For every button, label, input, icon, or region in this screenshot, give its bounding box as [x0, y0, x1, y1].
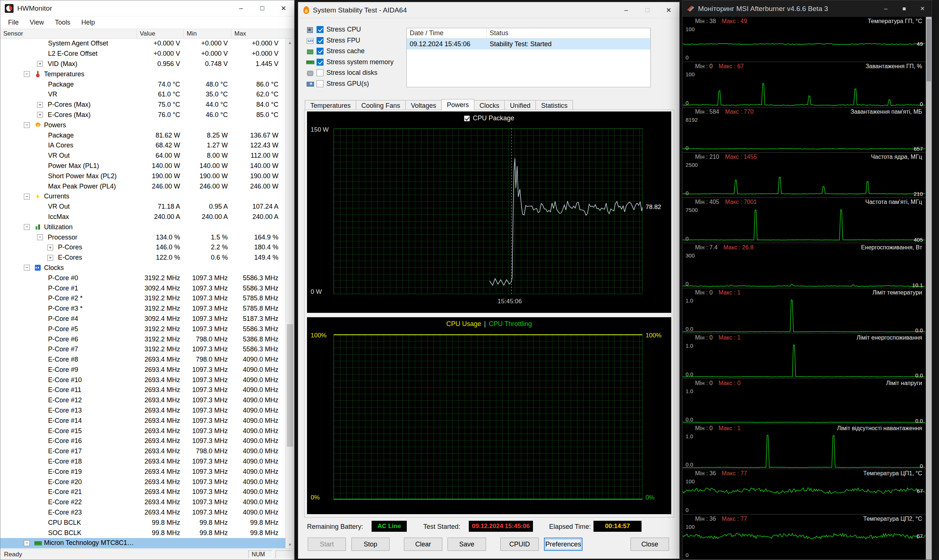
close-button[interactable]: ✕: [273, 0, 294, 16]
close-button[interactable]: ✕: [658, 2, 679, 18]
tab-voltages[interactable]: Voltages: [405, 100, 442, 111]
table-row[interactable]: P-Core #53192.2 MHz1097.3 MHz5586.3 MHz: [0, 324, 294, 334]
expand-toggle[interactable]: +: [47, 255, 53, 261]
checkbox[interactable]: [317, 26, 323, 33]
expand-toggle[interactable]: −: [24, 194, 30, 200]
log-column-status[interactable]: Status: [487, 28, 650, 38]
expand-toggle[interactable]: −: [24, 224, 30, 230]
table-row[interactable]: P-Core #2 *3192.2 MHz1097.3 MHz5785.8 MH…: [0, 293, 294, 304]
table-row[interactable]: Package74.0 °C48.0 °C86.0 °C: [0, 79, 294, 89]
table-row[interactable]: E-Core #172693.4 MHz798.0 MHz4090.0 MHz: [0, 446, 294, 457]
checkbox[interactable]: [317, 48, 323, 55]
stress-cpu-option[interactable]: Stress CPU: [306, 24, 394, 35]
expand-toggle[interactable]: +: [37, 112, 43, 118]
table-row-selected[interactable]: −Micron Technology MTC8C1084...: [0, 538, 294, 548]
save-button[interactable]: Save: [448, 538, 486, 551]
checkbox[interactable]: [317, 37, 323, 44]
table-row[interactable]: E-Core #182693.4 MHz1097.3 MHz4090.0 MHz: [0, 457, 294, 467]
table-row[interactable]: −Utilization: [0, 222, 294, 232]
table-row[interactable]: P-Core #3 *3192.2 MHz1097.3 MHz5785.8 MH…: [0, 304, 294, 314]
hwmonitor-titlebar[interactable]: HWMonitor –□✕: [0, 0, 294, 17]
preferences-button[interactable]: Preferences: [544, 538, 582, 551]
cpuid-button[interactable]: CPUID: [500, 538, 539, 551]
table-row[interactable]: +P-Cores (Max)75.0 °C44.0 °C84.0 °C: [0, 100, 294, 110]
table-row[interactable]: VR Out71.18 A0.95 A107.24 A: [0, 202, 294, 212]
expand-toggle[interactable]: −: [24, 122, 30, 128]
scrollbar-thumb[interactable]: [287, 324, 293, 447]
table-row[interactable]: −Powers: [0, 120, 294, 130]
table-row[interactable]: +E-Cores (Max)76.0 °C46.0 °C85.0 °C: [0, 110, 294, 120]
tab-clocks[interactable]: Clocks: [474, 100, 505, 111]
table-row[interactable]: E-Core #102693.4 MHz1097.3 MHz4090.0 MHz: [0, 375, 294, 385]
scroll-down-icon[interactable]: ▼: [286, 540, 294, 549]
table-row[interactable]: E-Core #232693.4 MHz1097.3 MHz4090.0 MHz: [0, 508, 294, 518]
tab-statistics[interactable]: Statistics: [536, 100, 573, 111]
column-header-value[interactable]: Value: [137, 29, 184, 38]
minimize-button[interactable]: –: [877, 0, 895, 17]
close-button[interactable]: ✕: [913, 0, 932, 17]
expand-toggle[interactable]: −: [24, 71, 30, 77]
expand-toggle[interactable]: −: [24, 540, 30, 546]
table-row[interactable]: L2 E-Core Offset+0.000 V+0.000 V+0.000 V: [0, 49, 294, 59]
tab-powers[interactable]: Powers: [441, 99, 474, 111]
afterburner-titlebar[interactable]: Моніторинг MSI Afterburner v4.6.6 Beta 3…: [683, 0, 932, 17]
log-row-selected[interactable]: 09.12.2024 15:45:06Stability Test: Start…: [407, 38, 650, 49]
table-row[interactable]: IA Cores68.42 W1.27 W122.43 W: [0, 140, 294, 151]
expand-toggle[interactable]: +: [47, 245, 53, 251]
maximize-button[interactable]: □: [637, 2, 658, 18]
scroll-up-icon[interactable]: ▲: [286, 38, 294, 46]
table-row[interactable]: +VID (Max)0.956 V0.748 V1.445 V: [0, 59, 294, 69]
stop-button[interactable]: Stop: [351, 538, 389, 551]
expand-toggle[interactable]: +: [37, 102, 43, 108]
table-row[interactable]: −Currents: [0, 191, 294, 202]
table-row[interactable]: −Clocks: [0, 263, 294, 273]
table-row[interactable]: P-Core #03192.2 MHz1097.3 MHz5586.3 MHz: [0, 273, 294, 283]
column-header-min[interactable]: Min: [184, 29, 231, 38]
table-row[interactable]: −Processor134.0 %1.5 %164.9 %: [0, 232, 294, 242]
table-row[interactable]: E-Core #162693.4 MHz1097.3 MHz4090.0 MHz: [0, 436, 294, 446]
table-row[interactable]: IccMax240.00 A240.00 A240.00 A: [0, 212, 294, 222]
table-row[interactable]: E-Core #132693.4 MHz1097.3 MHz4090.0 MHz: [0, 406, 294, 416]
scrollbar-thumb[interactable]: [927, 19, 931, 82]
afterburner-scrollbar[interactable]: [926, 17, 932, 560]
table-row[interactable]: E-Core #92693.4 MHz1097.3 MHz4090.0 MHz: [0, 365, 294, 375]
table-row[interactable]: E-Core #82693.4 MHz798.0 MHz4090.0 MHz: [0, 355, 294, 365]
table-row[interactable]: VR Out64.00 W8.00 W112.00 W: [0, 151, 294, 161]
table-row[interactable]: P-Core #13092.4 MHz1097.3 MHz5586.3 MHz: [0, 283, 294, 293]
minimize-button[interactable]: –: [230, 0, 252, 16]
start-button[interactable]: Start: [308, 538, 346, 551]
close-button[interactable]: Close: [631, 538, 669, 551]
checkbox[interactable]: [317, 69, 323, 76]
table-row[interactable]: E-Core #142693.4 MHz1097.3 MHz4090.0 MHz: [0, 415, 294, 426]
log-column-date-time[interactable]: Date / Time: [407, 28, 487, 38]
expand-toggle[interactable]: −: [37, 234, 43, 240]
stress-fpu-option[interactable]: Stress FPU: [306, 35, 394, 46]
stress-system-memory-option[interactable]: Stress system memory: [306, 57, 394, 68]
column-header-max[interactable]: Max: [231, 29, 294, 38]
expand-toggle[interactable]: −: [24, 265, 30, 271]
table-row[interactable]: E-Core #222693.4 MHz1097.3 MHz4090.0 MHz: [0, 497, 294, 508]
table-row[interactable]: −Temperatures: [0, 69, 294, 79]
column-header-sensor[interactable]: Sensor: [0, 29, 137, 38]
table-row[interactable]: +E-Cores122.0 %0.6 %149.4 %: [0, 253, 294, 263]
table-row[interactable]: P-Core #73192.2 MHz1097.3 MHz5586.3 MHz: [0, 345, 294, 355]
aida64-titlebar[interactable]: System Stability Test - AIDA64 –□✕: [298, 2, 679, 18]
table-row[interactable]: Short Power Max (PL2)190.00 W190.00 W190…: [0, 171, 294, 181]
table-row[interactable]: E-Core #212693.4 MHz1097.3 MHz4090.0 MHz: [0, 487, 294, 497]
table-row[interactable]: E-Core #202693.4 MHz1097.3 MHz4090.0 MHz: [0, 477, 294, 487]
tab-temperatures[interactable]: Temperatures: [305, 100, 356, 111]
menu-item-help[interactable]: Help: [76, 17, 100, 29]
table-row[interactable]: SOC BCLK99.8 MHz99.8 MHz99.8 MHz: [0, 528, 294, 538]
tab-unified[interactable]: Unified: [504, 100, 536, 111]
table-row[interactable]: P-Core #63192.2 MHz798.0 MHz5386.8 MHz: [0, 334, 294, 345]
maximize-button[interactable]: □: [252, 0, 273, 16]
table-row[interactable]: VR61.0 °C35.0 °C62.0 °C: [0, 89, 294, 100]
cpu-package-checkbox[interactable]: [464, 115, 470, 122]
stress-cache-option[interactable]: Stress cache: [306, 46, 394, 57]
maximize-button[interactable]: ■: [895, 0, 913, 17]
menu-item-view[interactable]: View: [24, 17, 49, 29]
menu-item-file[interactable]: File: [3, 17, 24, 29]
table-row[interactable]: E-Core #112693.4 MHz1097.3 MHz4090.0 MHz: [0, 385, 294, 395]
minimize-button[interactable]: –: [616, 2, 637, 18]
table-row[interactable]: +P-Cores146.0 %2.2 %180.4 %: [0, 242, 294, 253]
